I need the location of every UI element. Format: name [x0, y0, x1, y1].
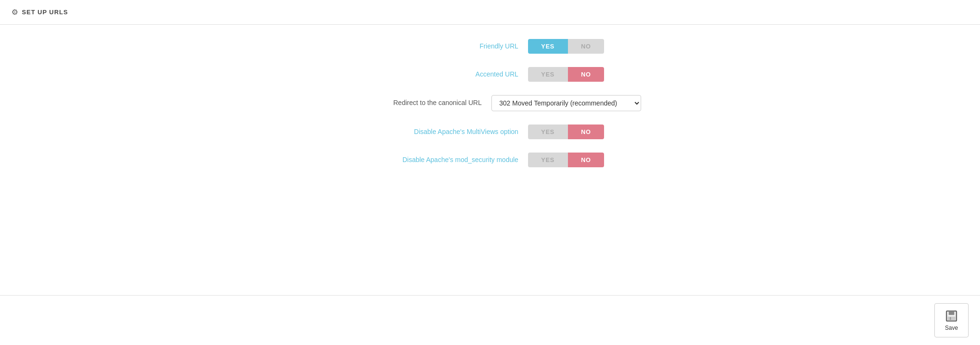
label-accented-url: Accented URL: [376, 70, 528, 79]
bottom-bar: Save: [0, 295, 980, 345]
form-row-friendly-url: Friendly URLYESNO: [19, 39, 961, 54]
toggle-yes-friendly-url[interactable]: YES: [528, 39, 568, 54]
form-row-disable-multiviews: Disable Apache's MultiViews optionYESNO: [19, 125, 961, 139]
save-button[interactable]: Save: [934, 303, 969, 337]
label-disable-modsecurity: Disable Apache's mod_security module: [376, 155, 528, 165]
form-row-canonical-redirect: Redirect to the canonical URL302 Moved T…: [19, 95, 961, 111]
toggle-group-accented-url: YESNO: [528, 67, 605, 82]
label-friendly-url: Friendly URL: [376, 42, 528, 51]
save-icon: [945, 309, 958, 323]
toggle-no-accented-url[interactable]: NO: [568, 67, 605, 82]
section-title: SET UP URLS: [22, 9, 68, 16]
svg-rect-2: [948, 316, 955, 320]
toggle-no-friendly-url[interactable]: NO: [568, 39, 605, 54]
svg-rect-1: [949, 311, 954, 315]
page-wrapper: ⚙ SET UP URLS Friendly URLYESNOAccented …: [0, 0, 980, 345]
label-disable-multiviews: Disable Apache's MultiViews option: [376, 127, 528, 137]
toggle-no-disable-modsecurity[interactable]: NO: [568, 153, 605, 167]
svg-rect-3: [950, 317, 951, 320]
section-header: ⚙ SET UP URLS: [0, 0, 980, 25]
toggle-yes-disable-modsecurity[interactable]: YES: [528, 153, 568, 167]
save-label: Save: [945, 325, 958, 331]
toggle-yes-accented-url[interactable]: YES: [528, 67, 568, 82]
toggle-group-disable-modsecurity: YESNO: [528, 153, 605, 167]
toggle-group-disable-multiviews: YESNO: [528, 125, 605, 139]
toggle-yes-disable-multiviews[interactable]: YES: [528, 125, 568, 139]
form-area: Friendly URLYESNOAccented URLYESNORedire…: [0, 25, 980, 295]
gear-icon: ⚙: [11, 8, 18, 17]
toggle-no-disable-multiviews[interactable]: NO: [568, 125, 605, 139]
form-row-disable-modsecurity: Disable Apache's mod_security moduleYESN…: [19, 153, 961, 167]
toggle-group-friendly-url: YESNO: [528, 39, 605, 54]
label-canonical-redirect: Redirect to the canonical URL: [339, 98, 491, 108]
form-row-accented-url: Accented URLYESNO: [19, 67, 961, 82]
select-canonical-redirect[interactable]: 302 Moved Temporarily (recommended)301 M…: [491, 95, 641, 111]
